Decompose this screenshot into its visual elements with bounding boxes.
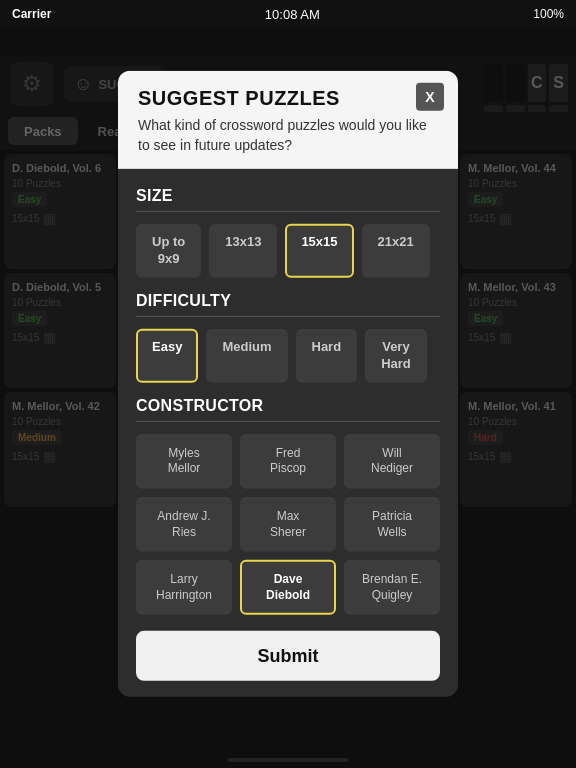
difficulty-options: Easy Medium Hard VeryHard: [136, 329, 440, 383]
modal-body: Size Up to9x9 13x13 15x15 21x21 Difficul…: [118, 169, 458, 697]
difficulty-medium[interactable]: Medium: [206, 329, 287, 383]
size-section-title: Size: [136, 187, 440, 205]
constructor-andrew-ries[interactable]: Andrew J.Ries: [136, 497, 232, 552]
difficulty-hard[interactable]: Hard: [296, 329, 358, 383]
constructor-divider: [136, 421, 440, 422]
battery-label: 100%: [533, 7, 564, 21]
modal-title: SUGGEST PUZZLES: [138, 87, 438, 110]
constructor-options: MylesMellor FredPiscop WillNediger Andre…: [136, 434, 440, 616]
constructor-dave-diebold[interactable]: DaveDiebold: [240, 560, 336, 615]
time-label: 10:08 AM: [265, 7, 320, 22]
difficulty-section-title: Difficulty: [136, 292, 440, 310]
difficulty-very-hard[interactable]: VeryHard: [365, 329, 427, 383]
suggest-puzzles-modal: SUGGEST PUZZLES What kind of crossword p…: [118, 71, 458, 697]
size-option-9x9[interactable]: Up to9x9: [136, 224, 201, 278]
constructor-will-nediger[interactable]: WillNediger: [344, 434, 440, 489]
constructor-patricia-wells[interactable]: PatriciaWells: [344, 497, 440, 552]
difficulty-divider: [136, 316, 440, 317]
submit-button[interactable]: Submit: [136, 631, 440, 681]
difficulty-easy[interactable]: Easy: [136, 329, 198, 383]
modal-close-button[interactable]: X: [416, 83, 444, 111]
size-divider: [136, 211, 440, 212]
size-options: Up to9x9 13x13 15x15 21x21: [136, 224, 440, 278]
size-option-13x13[interactable]: 13x13: [209, 224, 277, 278]
constructor-myles-mellor[interactable]: MylesMellor: [136, 434, 232, 489]
constructor-section-title: Constructor: [136, 397, 440, 415]
carrier-label: Carrier: [12, 7, 51, 21]
status-bar: Carrier 10:08 AM 100%: [0, 0, 576, 28]
size-option-21x21[interactable]: 21x21: [362, 224, 430, 278]
constructor-larry-harrington[interactable]: LarryHarrington: [136, 560, 232, 615]
constructor-brendan-quigley[interactable]: Brendan E.Quigley: [344, 560, 440, 615]
modal-header: SUGGEST PUZZLES What kind of crossword p…: [118, 71, 458, 169]
constructor-max-sherer[interactable]: MaxSherer: [240, 497, 336, 552]
constructor-fred-piscop[interactable]: FredPiscop: [240, 434, 336, 489]
modal-subtitle: What kind of crossword puzzles would you…: [138, 116, 438, 155]
size-option-15x15[interactable]: 15x15: [285, 224, 353, 278]
